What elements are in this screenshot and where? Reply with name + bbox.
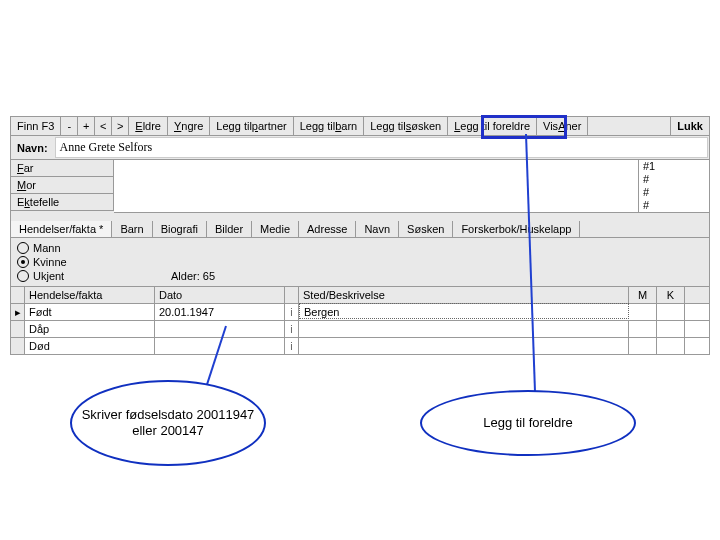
left-button[interactable]: <: [95, 117, 112, 135]
father-button[interactable]: Far: [11, 160, 114, 177]
name-input[interactable]: Anne Grete Selfors: [55, 137, 708, 158]
place-cell[interactable]: [299, 338, 629, 354]
tab-name[interactable]: Navn: [356, 221, 399, 237]
tab-strip: Hendelser/fakta * Barn Biografi Bilder M…: [10, 221, 710, 238]
grid-header: Hendelse/fakta Dato Sted/Beskrivelse M K: [10, 287, 710, 304]
event-cell[interactable]: Død: [25, 338, 155, 354]
add-partner-button[interactable]: Legg til partner: [210, 117, 293, 135]
tab-images[interactable]: Bilder: [207, 221, 252, 237]
name-label: Navn:: [11, 140, 54, 156]
tab-address[interactable]: Adresse: [299, 221, 356, 237]
younger-button[interactable]: Yngre: [168, 117, 210, 135]
gender-box: Mann Kvinne UkjentAlder: 65: [10, 238, 710, 287]
minus-button[interactable]: -: [61, 117, 78, 135]
k-cell[interactable]: [657, 304, 685, 320]
main-toolbar: Finn F3 - + < > Eldre Yngre Legg til par…: [10, 116, 710, 136]
tab-siblings[interactable]: Søsken: [399, 221, 453, 237]
name-bar: Navn: Anne Grete Selfors: [10, 136, 710, 160]
add-sibling-button[interactable]: Legg til søsken: [364, 117, 448, 135]
add-child-button[interactable]: Legg til barn: [294, 117, 365, 135]
plus-button[interactable]: +: [78, 117, 95, 135]
tab-children[interactable]: Barn: [112, 221, 152, 237]
spouse-button[interactable]: Ektefelle: [11, 194, 114, 211]
row-marker: ▸: [11, 304, 25, 320]
event-cell[interactable]: Født: [25, 304, 155, 320]
tab-notes[interactable]: Forskerbok/Huskelapp: [453, 221, 580, 237]
m-cell[interactable]: [629, 304, 657, 320]
table-row[interactable]: ▸Født20.01.1947iBergen: [10, 304, 710, 321]
show-ancestry-button[interactable]: Vis Aner: [537, 117, 588, 135]
mother-button[interactable]: Mor: [11, 177, 114, 194]
radio-unknown[interactable]: UkjentAlder: 65: [17, 269, 703, 283]
sep-cell: i: [285, 321, 299, 337]
row-marker: [11, 338, 25, 354]
event-cell[interactable]: Dåp: [25, 321, 155, 337]
age-label: Alder: 65: [171, 270, 215, 282]
sep-cell: i: [285, 304, 299, 320]
right-button[interactable]: >: [112, 117, 129, 135]
place-cell[interactable]: Bergen: [299, 303, 629, 319]
k-cell[interactable]: [657, 321, 685, 337]
m-cell[interactable]: [629, 338, 657, 354]
k-cell[interactable]: [657, 338, 685, 354]
radio-female[interactable]: Kvinne: [17, 255, 703, 269]
date-cell[interactable]: [155, 321, 285, 337]
toolbar-spacer: [588, 117, 671, 135]
add-parents-button[interactable]: Legg til foreldre: [448, 117, 537, 135]
tab-biography[interactable]: Biografi: [153, 221, 207, 237]
older-button[interactable]: Eldre: [129, 117, 168, 135]
find-button[interactable]: Finn F3: [11, 117, 61, 135]
tab-media[interactable]: Medie: [252, 221, 299, 237]
table-row[interactable]: Dåpi: [10, 321, 710, 338]
place-cell[interactable]: [299, 321, 629, 337]
m-cell[interactable]: [629, 321, 657, 337]
date-cell[interactable]: 20.01.1947: [155, 304, 285, 320]
close-button[interactable]: Lukk: [671, 117, 710, 135]
sep-cell: i: [285, 338, 299, 354]
id-column: #1 # # #: [639, 160, 709, 213]
row-marker: [11, 321, 25, 337]
tab-events[interactable]: Hendelser/fakta *: [11, 221, 112, 237]
callout-birthdate: Skriver fødselsdato 20011947 eller 20014…: [70, 380, 266, 466]
callout-add-parents: Legg til foreldre: [420, 390, 636, 456]
relation-body: [114, 160, 639, 213]
table-row[interactable]: Dødi: [10, 338, 710, 355]
radio-male[interactable]: Mann: [17, 241, 703, 255]
